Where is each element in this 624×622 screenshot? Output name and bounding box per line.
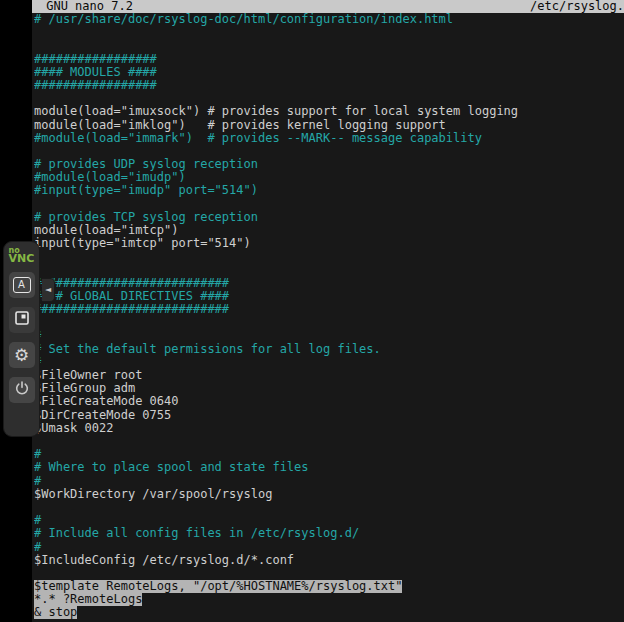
- terminal-line: ###########################: [34, 277, 624, 290]
- terminal-line: # /usr/share/doc/rsyslog-doc/html/config…: [34, 13, 624, 26]
- terminal-line: & stop: [34, 606, 624, 619]
- terminal-screen[interactable]: GNU nano 7.2 /etc/rsyslog. # /usr/share/…: [32, 0, 624, 622]
- novnc-logo-vnc: VNC: [9, 255, 35, 263]
- power-icon: [14, 380, 30, 400]
- terminal-line: [34, 198, 624, 211]
- extra-keys-button[interactable]: A: [9, 272, 35, 298]
- terminal-line: [34, 264, 624, 277]
- terminal-line: [34, 501, 624, 514]
- keyboard-a-icon: A: [13, 277, 31, 293]
- terminal-line: $Umask 0022: [34, 422, 624, 435]
- novnc-toolbar[interactable]: no VNC A ⚙ ◄: [3, 241, 40, 437]
- terminal-line: #: [34, 475, 624, 488]
- novnc-logo: no VNC: [9, 247, 35, 263]
- disconnect-button[interactable]: [9, 377, 35, 403]
- terminal-line: $FileCreateMode 0640: [34, 395, 624, 408]
- terminal-line: [34, 250, 624, 263]
- terminal-line: [34, 316, 624, 329]
- terminal-line: $FileGroup adm: [34, 382, 624, 395]
- terminal-line: $WorkDirectory /var/spool/rsyslog: [34, 488, 624, 501]
- terminal-line: #### MODULES ####: [34, 66, 624, 79]
- terminal-line: ###########################: [34, 303, 624, 316]
- terminal-line: input(type="imtcp" port="514"): [34, 237, 624, 250]
- terminal-line: #################: [34, 53, 624, 66]
- nano-filename-label: /etc/rsyslog.: [530, 0, 624, 13]
- terminal-line: # Set the default permissions for all lo…: [34, 343, 624, 356]
- nano-title-bar: GNU nano 7.2 /etc/rsyslog.: [32, 0, 624, 13]
- terminal-line: #: [34, 330, 624, 343]
- terminal-line: $FileOwner root: [34, 369, 624, 382]
- terminal-line: #: [34, 356, 624, 369]
- terminal-line: module(load="imuxsock") # provides suppo…: [34, 105, 624, 118]
- terminal-line: #module(load="immark") # provides --MARK…: [34, 132, 624, 145]
- terminal-line: *.* ?RemoteLogs: [34, 593, 624, 606]
- terminal-line: # provides UDP syslog reception: [34, 158, 624, 171]
- terminal-line: $DirCreateMode 0755: [34, 409, 624, 422]
- terminal-line: module(load="imklog") # provides kernel …: [34, 119, 624, 132]
- terminal-line: $IncludeConfig /etc/rsyslog.d/*.conf: [34, 554, 624, 567]
- terminal-line: [34, 92, 624, 105]
- settings-button[interactable]: ⚙: [9, 342, 35, 368]
- terminal-line: $template RemoteLogs, "/opt/%HOSTNAME%/r…: [34, 580, 624, 593]
- terminal-line: #################: [34, 79, 624, 92]
- terminal-line: module(load="imtcp"): [34, 224, 624, 237]
- terminal-line: #module(load="imudp"): [34, 171, 624, 184]
- terminal-line: #### GLOBAL DIRECTIVES ####: [34, 290, 624, 303]
- toolbar-collapse-handle[interactable]: ◄: [42, 278, 55, 302]
- terminal-line: [34, 39, 624, 52]
- terminal-buffer: # /usr/share/doc/rsyslog-doc/html/config…: [32, 13, 624, 620]
- terminal-line: # Where to place spool and state files: [34, 461, 624, 474]
- terminal-line: [34, 435, 624, 448]
- terminal-line: #input(type="imudp" port="514"): [34, 184, 624, 197]
- terminal-line: # provides TCP syslog reception: [34, 211, 624, 224]
- nano-version-label: GNU nano 7.2: [32, 0, 133, 13]
- fullscreen-button[interactable]: [9, 307, 35, 333]
- terminal-line: # Include all config files in /etc/rsysl…: [34, 527, 624, 540]
- terminal-line: [34, 145, 624, 158]
- fullscreen-icon: [14, 310, 30, 330]
- terminal-line: #: [34, 448, 624, 461]
- terminal-line: #: [34, 541, 624, 554]
- terminal-line: [34, 567, 624, 580]
- terminal-line: #: [34, 514, 624, 527]
- gear-icon: ⚙: [14, 347, 29, 364]
- terminal-line: [34, 26, 624, 39]
